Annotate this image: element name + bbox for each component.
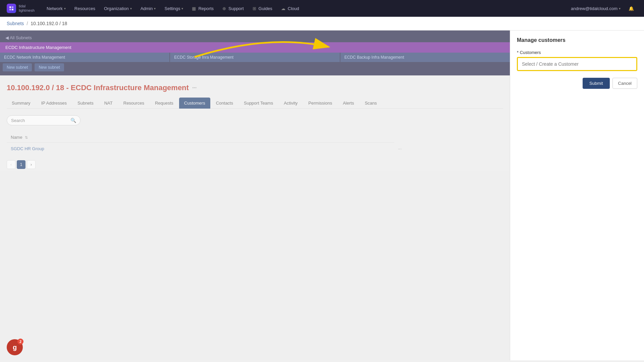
tab-ip-addresses[interactable]: IP Addresses <box>36 98 72 109</box>
tab-alerts[interactable]: Alerts <box>338 98 359 109</box>
svg-rect-1 <box>12 6 13 8</box>
logo[interactable]: tidal lightmesh <box>7 4 35 13</box>
all-subnets-link[interactable]: ◀ All Subnets <box>0 33 510 42</box>
tab-resources[interactable]: Resources <box>118 98 149 109</box>
customers-field-label: * Customers <box>517 50 637 55</box>
pagination-page-1-button[interactable]: 1 <box>17 160 25 169</box>
right-panel-manage-customers: Manage customers * Customers Submit Canc… <box>510 31 644 360</box>
row-actions-menu-button[interactable]: ··· <box>394 143 503 155</box>
subnet-child-network[interactable]: ECDC Network Infra Management <box>0 53 170 62</box>
breadcrumb-current: 10.100.192.0 / 18 <box>31 21 67 26</box>
subnet-root-item[interactable]: ECDC Infrastructure Management <box>0 42 510 53</box>
breadcrumb: Subnets / 10.100.192.0 / 18 <box>0 17 644 31</box>
search-container: 🔍 <box>7 115 80 125</box>
tabs-bar: SummaryIP AddressesSubnetsNATResourcesRe… <box>7 98 503 109</box>
tab-contacts[interactable]: Contacts <box>211 98 238 109</box>
tab-subnets[interactable]: Subnets <box>72 98 99 109</box>
table-row: SGDC HR Group··· <box>7 143 503 155</box>
tab-scans[interactable]: Scans <box>360 98 382 109</box>
nav-organization[interactable]: Organization ▾ <box>101 4 135 13</box>
logo-icon <box>7 4 16 13</box>
breadcrumb-subnets-link[interactable]: Subnets <box>7 21 24 26</box>
notification-bell-button[interactable]: 🔔 <box>625 4 637 13</box>
customer-name-link[interactable]: SGDC HR Group <box>11 146 44 151</box>
nav-reports[interactable]: ▦ Reports <box>189 4 217 13</box>
nav-guides[interactable]: ⊞ Guides <box>249 4 276 13</box>
page-title: 10.100.192.0 / 18 - ECDC Infrastructure … <box>7 83 503 92</box>
tab-permissions[interactable]: Permissions <box>303 98 337 109</box>
submit-button[interactable]: Submit <box>583 78 609 89</box>
chevron-down-icon: ▾ <box>64 7 66 10</box>
breadcrumb-separator: / <box>26 21 28 26</box>
customer-select-input[interactable] <box>517 57 637 71</box>
svg-rect-0 <box>9 6 11 8</box>
nav-support[interactable]: ⊕ Support <box>219 4 247 13</box>
search-input[interactable] <box>11 118 70 123</box>
tab-activity[interactable]: Activity <box>279 98 303 109</box>
page-content: 10.100.192.0 / 18 - ECDC Infrastructure … <box>0 75 510 177</box>
customers-table: Name ⇅ SGDC HR Group··· <box>7 132 503 155</box>
pagination: ‹ 1 › <box>7 160 503 169</box>
tab-summary[interactable]: Summary <box>7 98 36 109</box>
logo-text: tidal lightmesh <box>19 4 35 13</box>
content-area: ◀ All Subnets ECDC Infrastructure Manage… <box>0 31 510 360</box>
tab-support-teams[interactable]: Support Teams <box>239 98 278 109</box>
nav-resources[interactable]: Resources <box>71 4 99 13</box>
new-subnet-button-1[interactable]: New subnet <box>3 63 32 71</box>
tab-customers[interactable]: Customers <box>179 98 210 109</box>
search-icon: 🔍 <box>70 118 76 123</box>
nav-cloud[interactable]: ☁ Cloud <box>278 4 303 13</box>
chevron-down-icon: ▾ <box>619 7 621 10</box>
svg-rect-3 <box>12 9 13 10</box>
tab-requests[interactable]: Requests <box>150 98 178 109</box>
top-navigation: tidal lightmesh Network ▾ Resources Orga… <box>0 0 644 17</box>
page-title-menu-button[interactable]: ··· <box>192 85 197 91</box>
nav-network[interactable]: Network ▾ <box>43 4 69 13</box>
nav-user[interactable]: andrew@tidalcloud.com ▾ <box>568 4 624 13</box>
pagination-prev-button[interactable]: ‹ <box>7 160 15 169</box>
main-layout: ◀ All Subnets ECDC Infrastructure Manage… <box>0 31 644 360</box>
panel-title: Manage customers <box>517 37 637 43</box>
new-subnet-row: New subnet New subnet <box>0 62 510 73</box>
chevron-down-icon: ▾ <box>181 7 183 10</box>
cancel-button[interactable]: Cancel <box>612 78 637 89</box>
subnet-tree: ◀ All Subnets ECDC Infrastructure Manage… <box>0 31 510 75</box>
chevron-down-icon: ▾ <box>154 7 156 10</box>
bar-chart-icon: ▦ <box>192 6 196 11</box>
table-header-name: Name ⇅ <box>7 132 394 143</box>
new-subnet-button-2[interactable]: New subnet <box>35 63 64 71</box>
headset-icon: ⊕ <box>222 6 226 11</box>
bell-icon: 🔔 <box>629 6 634 11</box>
gravatar-badge: 2 <box>17 339 23 345</box>
nav-settings[interactable]: Settings ▾ <box>161 4 186 13</box>
tab-nat[interactable]: NAT <box>99 98 118 109</box>
gravatar-avatar[interactable]: g 2 <box>7 339 23 355</box>
book-icon: ⊞ <box>253 6 256 11</box>
pagination-next-button[interactable]: › <box>27 160 36 169</box>
table-cell-name: SGDC HR Group <box>7 143 394 155</box>
nav-right-area: andrew@tidalcloud.com ▾ 🔔 <box>568 4 637 13</box>
cloud-icon: ☁ <box>281 6 285 11</box>
gravatar-letter: g <box>13 344 17 351</box>
nav-admin[interactable]: Admin ▾ <box>137 4 159 13</box>
panel-actions: Submit Cancel <box>517 78 637 89</box>
customers-form-field: * Customers <box>517 50 637 71</box>
subnet-child-storage[interactable]: ECDC Storage Inra Management <box>170 53 340 62</box>
subnet-children-row: ECDC Network Infra Management ECDC Stora… <box>0 53 510 62</box>
sort-icon[interactable]: ⇅ <box>25 135 28 139</box>
svg-rect-2 <box>9 9 11 10</box>
chevron-down-icon: ▾ <box>130 7 132 10</box>
subnet-child-backup[interactable]: ECDC Backup Infra Management <box>340 53 510 62</box>
